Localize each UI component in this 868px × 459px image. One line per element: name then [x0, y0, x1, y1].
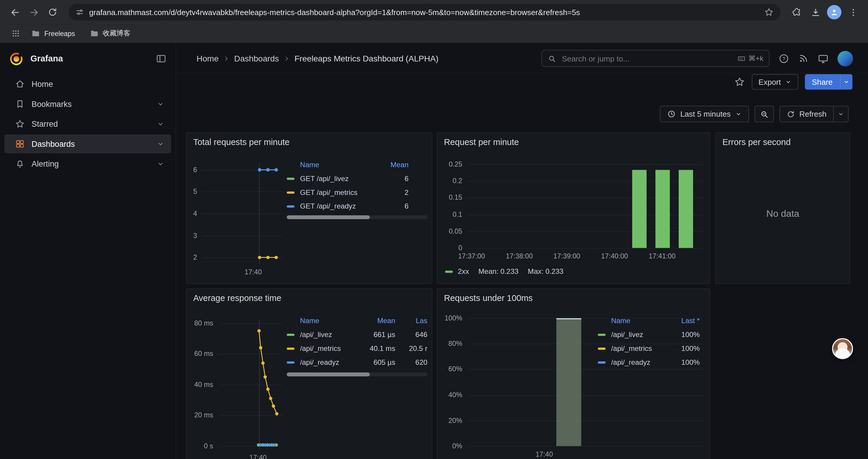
- legend-series-label[interactable]: GET /api/_metrics: [300, 188, 369, 196]
- chevron-down-icon[interactable]: [157, 160, 164, 168]
- sidebar-item-starred[interactable]: Starred: [4, 114, 171, 133]
- panel-title[interactable]: Total requests per minute: [193, 137, 289, 147]
- brand-name[interactable]: Grafana: [30, 54, 155, 64]
- share-menu-button[interactable]: [840, 74, 852, 90]
- bookmark-folder-blogs[interactable]: 收藏博客: [90, 29, 131, 38]
- legend-header-col[interactable]: Mean: [373, 160, 409, 169]
- search-box[interactable]: ⌘+k: [541, 50, 769, 67]
- scrollbar-thumb[interactable]: [287, 372, 370, 376]
- sidebar-header: Grafana: [0, 44, 176, 73]
- legend-series-label[interactable]: /api/_metrics: [611, 344, 662, 352]
- panel-title[interactable]: Requests under 100ms: [444, 293, 533, 303]
- url-bar[interactable]: grafana.mathmast.com/d/deytv4rwavabkb/fr…: [68, 4, 780, 21]
- sidebar-item-home[interactable]: Home: [4, 75, 171, 94]
- news-button[interactable]: [798, 53, 809, 64]
- legend-series-label[interactable]: /api/_readyz: [300, 358, 358, 366]
- kiosk-mode-button[interactable]: [817, 53, 829, 64]
- user-avatar[interactable]: [838, 51, 853, 66]
- url-text[interactable]: grafana.mathmast.com/d/deytv4rwavabkb/fr…: [89, 8, 764, 17]
- help-button[interactable]: ?: [778, 53, 789, 64]
- legend-header-col[interactable]: Mean: [362, 317, 395, 325]
- download-icon: [810, 7, 821, 18]
- series-point: [275, 412, 278, 415]
- sidebar-item-label: Starred: [32, 120, 58, 129]
- legend-value: 6: [373, 202, 409, 210]
- breadcrumb-dashboards[interactable]: Dashboards: [234, 54, 279, 63]
- profile-button[interactable]: [825, 3, 844, 22]
- legend-series-label[interactable]: GET /api/_livez: [300, 174, 369, 183]
- rss-icon: [798, 53, 809, 64]
- refresh-button[interactable]: Refresh: [780, 106, 833, 122]
- breadcrumb-home[interactable]: Home: [196, 54, 219, 63]
- zoom-out-button[interactable]: [754, 106, 774, 122]
- forward-button[interactable]: [24, 3, 43, 22]
- sidebar-item-alerting[interactable]: Alerting: [4, 155, 171, 173]
- legend-scrollbar[interactable]: [287, 372, 428, 376]
- series-point: [259, 444, 262, 447]
- bookmark-folder-freeleaps[interactable]: Freeleaps: [31, 29, 75, 38]
- folder-icon: [31, 29, 40, 38]
- legend-header-col[interactable]: Last *: [666, 317, 700, 325]
- y-tick-label: 100%: [437, 314, 462, 323]
- series-point: [258, 168, 261, 171]
- panel-title[interactable]: Average response time: [193, 293, 281, 303]
- export-button[interactable]: Export: [752, 74, 798, 90]
- legend-value: 620: [400, 358, 428, 366]
- extensions-button[interactable]: [787, 3, 806, 22]
- time-range-picker[interactable]: Last 5 minutes: [660, 106, 749, 122]
- grafana-logo[interactable]: [9, 51, 24, 66]
- browser-menu-button[interactable]: [844, 3, 863, 22]
- apps-shortcut-button[interactable]: [8, 26, 23, 41]
- kebab-menu-icon: [848, 7, 858, 17]
- legend-row: GET /api/_metrics2: [287, 186, 428, 199]
- no-data-message: No data: [716, 133, 850, 284]
- bookmark-star-icon[interactable]: [764, 7, 774, 17]
- reload-button[interactable]: [43, 3, 62, 22]
- chevron-down-icon[interactable]: [157, 120, 164, 128]
- y-tick-label: 0.2: [437, 177, 462, 186]
- y-tick-label: 2: [186, 253, 197, 262]
- x-tick-label: 17:37:00: [458, 252, 485, 261]
- series-point: [275, 168, 278, 171]
- download-button[interactable]: [806, 3, 825, 22]
- scrollbar-thumb[interactable]: [287, 215, 370, 219]
- sidebar-item-bookmarks[interactable]: Bookmarks: [4, 95, 171, 113]
- site-settings-icon[interactable]: [75, 8, 84, 17]
- grafana-app: Grafana Home Bookmarks Starred: [0, 44, 868, 459]
- sidebar-collapse-button[interactable]: [156, 53, 167, 64]
- sidebar-item-dashboards[interactable]: Dashboards: [4, 134, 171, 153]
- chevron-down-icon[interactable]: [157, 140, 164, 148]
- series-color-dash: [287, 333, 294, 335]
- gridline: [468, 248, 703, 249]
- legend-series-label[interactable]: 2xx: [458, 267, 469, 275]
- legend-header-name[interactable]: Name: [300, 160, 369, 169]
- legend-header-name[interactable]: Name: [300, 317, 358, 325]
- gridline: [468, 165, 703, 165]
- legend-series-label[interactable]: /api/_readyz: [611, 358, 662, 366]
- line-chart: [219, 319, 283, 449]
- search-input[interactable]: [561, 54, 733, 64]
- series-color-dash: [287, 361, 294, 363]
- legend: NameMeanLas/api/_livez661 µs646/api/_met…: [287, 314, 428, 369]
- legend-header-col[interactable]: Las: [400, 317, 428, 325]
- folder-icon: [90, 29, 99, 38]
- legend-scrollbar[interactable]: [287, 215, 428, 219]
- legend-header-name[interactable]: Name: [611, 317, 662, 325]
- legend-series-label[interactable]: /api/_livez: [300, 330, 358, 339]
- chevron-down-icon[interactable]: [157, 100, 164, 108]
- browser-window: grafana.mathmast.com/d/deytv4rwavabkb/fr…: [0, 0, 868, 459]
- legend-series-label[interactable]: /api/_livez: [611, 330, 662, 339]
- series-point: [264, 375, 267, 379]
- floating-assistant-avatar[interactable]: [832, 338, 853, 359]
- legend-series-label[interactable]: /api/_metrics: [300, 344, 358, 352]
- legend-series-label[interactable]: GET /api/_readyz: [300, 202, 369, 210]
- panel-title[interactable]: Request per minute: [444, 137, 519, 147]
- search-icon: [548, 54, 556, 63]
- share-button[interactable]: Share: [805, 74, 840, 90]
- refresh-interval-button[interactable]: [833, 106, 848, 122]
- y-tick-label: 40 ms: [186, 380, 213, 389]
- time-range-label: Last 5 minutes: [680, 109, 731, 119]
- series-color-dash: [287, 177, 294, 179]
- favorite-star-button[interactable]: [734, 76, 745, 88]
- back-button[interactable]: [6, 3, 25, 22]
